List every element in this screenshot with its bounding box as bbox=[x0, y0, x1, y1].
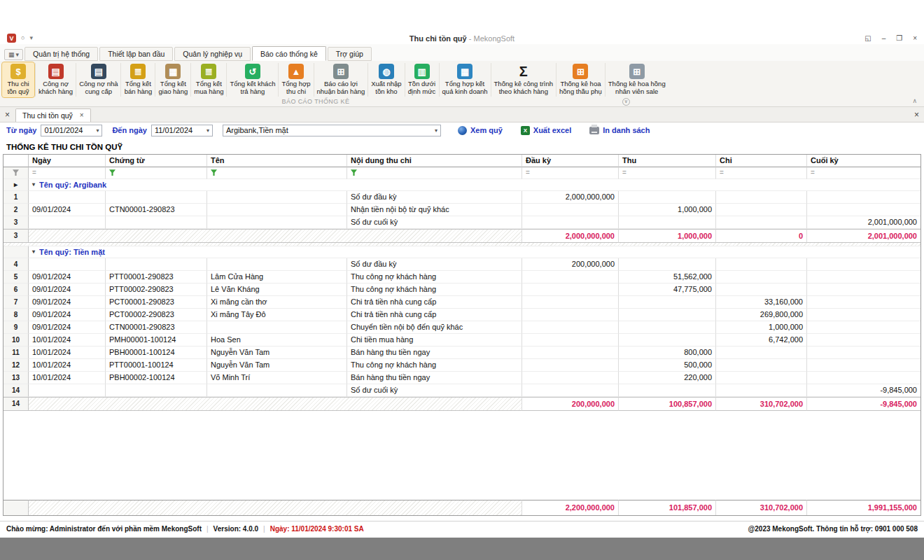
row-indicator: 9 bbox=[4, 321, 29, 334]
ribbon-button-subcontractor-commission[interactable]: ⊞Thống kê hoa hồng thầu phụ bbox=[557, 62, 604, 97]
minimize-icon[interactable]: – bbox=[882, 34, 886, 42]
print-list-button[interactable]: In danh sách bbox=[589, 126, 650, 134]
menu-tab-3[interactable]: Báo cáo thống kê bbox=[252, 46, 326, 61]
fund-select[interactable]: Argibank,Tiền mặt ▾ bbox=[223, 125, 441, 136]
table-row[interactable]: 4Số dư đầu kỳ200,000,000 bbox=[4, 258, 920, 271]
to-date-input[interactable]: 11/01/2024 ▾ bbox=[151, 125, 213, 136]
table-row[interactable]: 14Số dư cuối kỳ-9,845,000 bbox=[4, 384, 920, 397]
ribbon-button-inventory-in-out[interactable]: ◍Xuất nhập tồn kho bbox=[369, 62, 403, 97]
collapse-triangle-icon[interactable]: ▾ bbox=[32, 181, 35, 188]
pin-icon[interactable]: ▾ bbox=[29, 35, 33, 41]
cell-chungtu bbox=[106, 191, 207, 204]
ribbon-button-business-result-summary[interactable]: ▦Tổng hợp kết quả kinh doanh bbox=[440, 62, 490, 97]
ribbon-button-income-expense-summary[interactable]: ▲Tổng hợp thu chi bbox=[279, 62, 312, 97]
ribbon-button-supplier-debt[interactable]: ▤Công nợ nhà cung cấp bbox=[77, 62, 120, 97]
summary-cuoiky: -9,845,000 bbox=[807, 397, 920, 411]
filter-cell-2[interactable] bbox=[207, 167, 347, 179]
menu-tab-4[interactable]: Trợ giúp bbox=[328, 47, 372, 61]
ribbon-button-customer-debt[interactable]: ▤Công nợ khách hàng bbox=[36, 62, 75, 97]
ribbon-button-below-minimum-stock[interactable]: ▥Tồn dưới định mức bbox=[406, 62, 438, 97]
table-row[interactable]: 1010/01/2024PMH00001-100124Hoa SenChi ti… bbox=[4, 334, 920, 346]
column-header-0[interactable]: Ngày bbox=[29, 155, 106, 167]
close-icon[interactable]: × bbox=[913, 34, 917, 42]
group-cell: ▾Tên quỹ: Argibank bbox=[29, 179, 920, 191]
menu-tab-2[interactable]: Quản lý nghiệp vụ bbox=[174, 47, 251, 61]
ribbon-button-purchase-summary[interactable]: ≣Tổng kết mua hàng bbox=[192, 62, 225, 97]
cell-ten bbox=[207, 204, 347, 216]
quick-access-circle-icon[interactable]: ○ bbox=[21, 35, 24, 41]
row-indicator: 5 bbox=[4, 271, 29, 284]
filter-row-icon[interactable] bbox=[4, 167, 29, 179]
table-row[interactable]: 909/01/2024CTN00001-290823Chuyển tiền nộ… bbox=[4, 321, 920, 334]
table-row[interactable]: 3Số dư cuối kỳ2,001,000,000 bbox=[4, 216, 920, 229]
cell-ten: Lê Văn Kháng bbox=[207, 284, 347, 296]
close-document-icon[interactable]: × bbox=[914, 110, 919, 120]
table-row[interactable]: 809/01/2024PCT00002-290823Xi măng Tây Đô… bbox=[4, 309, 920, 321]
collapse-triangle-icon[interactable]: ▾ bbox=[32, 248, 35, 255]
close-all-tabs-icon[interactable]: × bbox=[5, 110, 10, 120]
column-header-6[interactable]: Chi bbox=[716, 155, 807, 167]
column-header-4[interactable]: Đầu kỳ bbox=[522, 155, 619, 167]
ribbon-button-label: Tổng hợp thu chi bbox=[281, 80, 310, 96]
cell-ngay: 09/01/2024 bbox=[29, 271, 106, 284]
filter-cell-3[interactable] bbox=[347, 167, 522, 179]
column-header-7[interactable]: Cuối kỳ bbox=[807, 155, 920, 167]
fullscreen-icon[interactable]: ◱ bbox=[864, 34, 871, 42]
dialog-launcher-icon[interactable]: ∨ bbox=[622, 98, 630, 106]
close-tab-icon[interactable]: × bbox=[80, 111, 84, 119]
menu-tab-1[interactable]: Thiết lập ban đầu bbox=[99, 47, 173, 61]
table-row[interactable]: 1310/01/2024PBH00002-100124Võ Minh TríBá… bbox=[4, 372, 920, 384]
menu-tab-0[interactable]: Quản trị hệ thống bbox=[24, 47, 98, 61]
ribbon-button-project-statistics[interactable]: ΣThống kê công trình theo khách hàng bbox=[492, 62, 556, 97]
filter-cell-0[interactable]: = bbox=[29, 167, 106, 179]
table-row[interactable]: 609/01/2024PTT00002-290823Lê Văn KhángTh… bbox=[4, 284, 920, 296]
ribbon-menu-button[interactable]: ▦ ▾ bbox=[4, 49, 23, 60]
ribbon-button-profit-report[interactable]: ⊞Báo cáo lợi nhuận bán hàng bbox=[315, 62, 368, 97]
cell-ten bbox=[207, 258, 347, 271]
view-fund-button[interactable]: Xem quỹ bbox=[458, 126, 503, 135]
menu-tabs: Quản trị hệ thốngThiết lập ban đầuQuản l… bbox=[24, 46, 372, 61]
filter-cell-4[interactable]: = bbox=[522, 167, 619, 179]
group-row[interactable]: ▾Tên quỹ: Tiền mặt bbox=[4, 246, 920, 258]
table-row[interactable]: 509/01/2024PTT00001-290823Lâm Cửa HàngTh… bbox=[4, 271, 920, 284]
from-date-input[interactable]: 01/01/2024 ▾ bbox=[41, 125, 102, 136]
export-excel-button[interactable]: X Xuất excel bbox=[521, 126, 571, 135]
table-row[interactable]: 1Số dư đầu kỳ2,000,000,000 bbox=[4, 191, 920, 204]
column-header-3[interactable]: Nội dung thu chi bbox=[347, 155, 522, 167]
ribbon-separator bbox=[439, 63, 440, 97]
table-row[interactable]: 1110/01/2024PBH00001-100124Nguyễn Văn Ta… bbox=[4, 346, 920, 359]
group-row[interactable]: ▸▾Tên quỹ: Argibank bbox=[4, 179, 920, 191]
filter-cell-7[interactable]: = bbox=[807, 167, 920, 179]
filter-cell-1[interactable] bbox=[106, 167, 207, 179]
cell-noidung: Số dư cuối kỳ bbox=[347, 384, 522, 397]
cell-dauky: 200,000,000 bbox=[522, 258, 619, 271]
ribbon-button-delivery-summary[interactable]: ▦Tổng kết giao hàng bbox=[156, 62, 190, 97]
cell-noidung: Số dư đầu kỳ bbox=[347, 258, 522, 271]
view-icon bbox=[458, 126, 467, 135]
filter-cell-6[interactable]: = bbox=[716, 167, 807, 179]
ribbon-button-sales-summary[interactable]: ≣Tổng kết bán hàng bbox=[122, 62, 154, 97]
column-header-2[interactable]: Tên bbox=[207, 155, 347, 167]
total-spacer bbox=[29, 500, 522, 515]
restore-icon[interactable]: ❐ bbox=[896, 34, 902, 42]
table-row[interactable]: 1210/01/2024PTT00001-100124Nguyễn Văn Ta… bbox=[4, 359, 920, 372]
column-header-5[interactable]: Thu bbox=[619, 155, 716, 167]
ribbon-separator bbox=[314, 63, 314, 97]
row-indicator: ▸ bbox=[4, 179, 29, 191]
ribbon-button-returns-summary[interactable]: ↺Tổng kết khách trả hàng bbox=[227, 62, 277, 97]
ribbon-button-sales-commission[interactable]: ⊞Thống kê hoa hồng nhân viên sale bbox=[606, 62, 668, 97]
ribbon-button-label: Công nợ nhà cung cấp bbox=[79, 80, 118, 96]
cell-ngay: 10/01/2024 bbox=[29, 359, 106, 372]
ribbon-collapse-icon[interactable]: ∧ bbox=[912, 97, 917, 104]
table-row[interactable]: 709/01/2024PCT00001-290823Xi măng cần th… bbox=[4, 296, 920, 309]
table-row[interactable]: 209/01/2024CTN00001-290823Nhận tiền nội … bbox=[4, 204, 920, 216]
cell-chungtu bbox=[106, 258, 207, 271]
filter-cell-5[interactable]: = bbox=[619, 167, 716, 179]
row-indicator: 10 bbox=[4, 334, 29, 346]
cell-chi bbox=[716, 271, 807, 284]
column-header-1[interactable]: Chứng từ bbox=[106, 155, 207, 167]
doc-tab-thu-chi-ton-quy[interactable]: Thu chi tồn quỹ × bbox=[15, 108, 91, 122]
cell-ngay: 09/01/2024 bbox=[29, 296, 106, 309]
cell-thu bbox=[619, 309, 716, 321]
ribbon-button-cash-fund[interactable]: $Thu chi tồn quỹ bbox=[2, 62, 34, 97]
